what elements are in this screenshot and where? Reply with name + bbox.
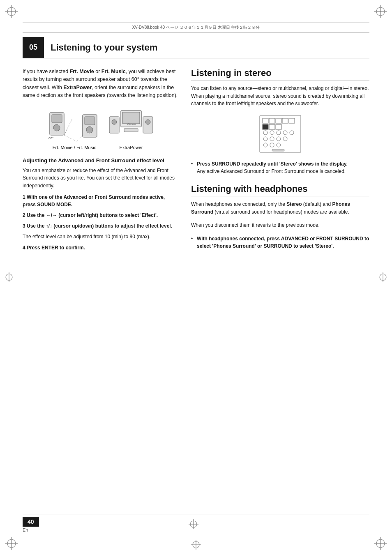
corner-mark-bl bbox=[3, 535, 20, 552]
svg-point-32 bbox=[86, 127, 93, 133]
svg-point-40 bbox=[112, 120, 117, 124]
section1-bullet: Press SURROUND repeatedly until 'Stereo'… bbox=[191, 160, 369, 175]
svg-point-7 bbox=[380, 11, 381, 12]
section2-body1: When headphones are connected, only the … bbox=[191, 200, 369, 216]
section1-body: You can listen to any source—stereo or m… bbox=[191, 85, 369, 108]
svg-rect-64 bbox=[272, 149, 284, 151]
svg-rect-39 bbox=[109, 117, 119, 133]
svg-rect-26 bbox=[52, 115, 62, 123]
page-lang: En bbox=[23, 527, 39, 532]
speaker-diagram: 60° Frt. Movie / Frt. Music bbox=[23, 106, 179, 150]
svg-rect-31 bbox=[85, 117, 95, 125]
page-footer: 40 En bbox=[23, 514, 369, 532]
frt-speaker-group: 60° Frt. Movie / Frt. Music bbox=[48, 106, 101, 150]
svg-point-27 bbox=[53, 124, 60, 131]
corner-mark-tl bbox=[3, 3, 20, 20]
right-column: Listening in stereo You can listen to an… bbox=[191, 68, 369, 255]
svg-point-42 bbox=[145, 120, 150, 124]
header-meta-bar: XV-DV88.book 40 ページ ２０６年１１月９日 木曜日 午後２時２８… bbox=[23, 23, 369, 32]
subsection-body: You can emphasize or reduce the effect o… bbox=[23, 167, 179, 190]
chapter-number: 05 bbox=[23, 37, 44, 58]
section1-bullet-text: Press SURROUND repeatedly until 'Stereo'… bbox=[197, 161, 348, 167]
intro-paragraph: If you have selected Frt. Movie or Frt. … bbox=[23, 68, 179, 100]
svg-point-11 bbox=[11, 543, 12, 544]
mid-mark-left bbox=[3, 271, 15, 284]
svg-line-33 bbox=[64, 135, 76, 141]
main-content: If you have selected Frt. Movie or Frt. … bbox=[23, 68, 369, 255]
chapter-title-area: 05 Listening to your system bbox=[23, 37, 369, 58]
step4: 4 Press ENTER to confirm. bbox=[23, 244, 179, 251]
corner-mark-tr bbox=[372, 3, 389, 20]
extra-speaker-group: Pioneer ExtraPower bbox=[108, 106, 154, 150]
mid-mark-bottom bbox=[190, 539, 202, 552]
frt-speaker-label: Frt. Movie / Frt. Music bbox=[53, 145, 96, 150]
mid-mark-right bbox=[377, 271, 389, 284]
section2-bullet: With headphones connected, press ADVANCE… bbox=[191, 235, 369, 250]
header-meta-text: XV-DV88.book 40 ページ ２０６年１１月９日 木曜日 午後２時２８… bbox=[132, 25, 260, 30]
subsection-title: Adjusting the Advanced and Front Surroun… bbox=[23, 157, 179, 164]
display-diagram-wrapper bbox=[191, 113, 369, 154]
svg-text:Pioneer: Pioneer bbox=[127, 123, 136, 125]
section2-body2: When you disconnect them it reverts to t… bbox=[191, 221, 369, 229]
section1-bullet-detail: Any active Advanced Surround or Front Su… bbox=[197, 168, 346, 174]
left-column: If you have selected Frt. Movie or Frt. … bbox=[23, 68, 179, 255]
corner-mark-br bbox=[372, 535, 389, 552]
svg-line-29 bbox=[64, 119, 72, 135]
svg-point-3 bbox=[11, 11, 12, 12]
section1-heading: Listening in stereo bbox=[191, 68, 369, 81]
svg-text:60°: 60° bbox=[48, 136, 53, 140]
chapter-title: Listening to your system bbox=[51, 42, 157, 53]
svg-rect-37 bbox=[124, 129, 138, 132]
svg-line-34 bbox=[76, 135, 83, 141]
step3-detail: The effect level can be adjusted from 10… bbox=[23, 233, 179, 241]
frt-speaker-svg: 60° bbox=[48, 106, 101, 143]
page-number-wrapper: 40 En bbox=[23, 517, 39, 532]
svg-rect-36 bbox=[122, 112, 140, 124]
extra-speaker-svg: Pioneer bbox=[108, 106, 154, 143]
extra-speaker-label: ExtraPower bbox=[120, 145, 143, 150]
page-number: 40 bbox=[23, 517, 39, 527]
display-diagram-svg bbox=[258, 113, 303, 154]
section2-heading: Listening with headphones bbox=[191, 184, 369, 196]
step1: 1 With one of the Advanced or Front Surr… bbox=[23, 193, 179, 208]
step3: 3 Use the ↑/↓ (cursor up/down) buttons t… bbox=[23, 222, 179, 230]
svg-rect-41 bbox=[143, 117, 153, 133]
step2: 2 Use the ←/→ (cursor left/right) button… bbox=[23, 212, 179, 219]
footer-mid-mark bbox=[188, 518, 199, 531]
svg-point-15 bbox=[380, 543, 381, 544]
svg-rect-49 bbox=[263, 124, 268, 129]
